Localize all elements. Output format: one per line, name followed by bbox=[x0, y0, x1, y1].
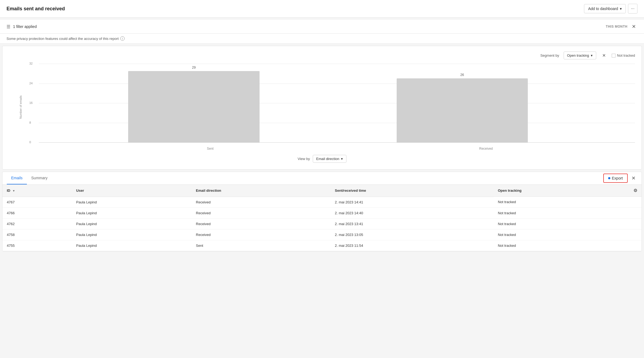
filter-label: 1 filter applied bbox=[13, 24, 37, 29]
table-section: Emails Summary Export ✕ ID ▼ User bbox=[2, 172, 642, 251]
y-axis-label: Number of emails bbox=[19, 95, 22, 119]
view-by-dropdown[interactable]: Email direction ▾ bbox=[313, 155, 346, 163]
cell-direction: Received bbox=[192, 229, 331, 240]
tab-summary[interactable]: Summary bbox=[27, 172, 52, 184]
cell-direction: Sent bbox=[192, 240, 331, 251]
grid-line-0: 0 bbox=[39, 142, 635, 143]
cell-time: 2. mai 2023 14:41 bbox=[330, 197, 493, 207]
x-label-received: Received bbox=[479, 147, 493, 151]
close-table-button[interactable]: ✕ bbox=[630, 175, 637, 182]
x-labels: Sent Received bbox=[39, 145, 635, 151]
cell-tracking: Not tracked bbox=[494, 197, 642, 207]
filter-bar: ☰ 1 filter applied THIS MONTH ✕ bbox=[0, 20, 644, 34]
chevron-down-icon: ▾ bbox=[620, 7, 622, 11]
view-by-label: View by bbox=[298, 157, 310, 161]
cell-tracking: Not tracked bbox=[494, 207, 642, 218]
view-by-value: Email direction bbox=[316, 157, 339, 161]
x-label-container: Received bbox=[337, 145, 635, 151]
export-label: Export bbox=[612, 176, 623, 180]
table-tabs: Emails Summary Export ✕ bbox=[2, 172, 642, 185]
tab-emails[interactable]: Emails bbox=[7, 172, 27, 184]
cell-user: Paula Lepind bbox=[72, 229, 192, 240]
y-label-0: 0 bbox=[29, 140, 31, 144]
bar-sent: 29 bbox=[128, 71, 259, 142]
cell-tracking: Not tracked bbox=[494, 218, 642, 229]
legend-label: Not tracked bbox=[617, 53, 635, 57]
bar-received: 26 bbox=[397, 78, 528, 142]
table-body: 4767 Paula Lepind Received 2. mai 2023 1… bbox=[2, 197, 642, 251]
y-label-16: 16 bbox=[29, 101, 33, 104]
filter-left: ☰ 1 filter applied bbox=[7, 24, 37, 29]
close-filter-button[interactable]: ✕ bbox=[630, 23, 637, 30]
export-button[interactable]: Export bbox=[603, 174, 628, 183]
more-icon: ··· bbox=[631, 6, 634, 11]
chart-section: Segment by Open tracking ▾ ✕ Not tracked… bbox=[2, 46, 642, 170]
bar-received-value: 26 bbox=[460, 73, 464, 77]
col-id[interactable]: ID ▼ bbox=[2, 185, 72, 197]
time-range-label: THIS MONTH bbox=[606, 25, 627, 28]
cell-user: Paula Lepind bbox=[72, 207, 192, 218]
cell-time: 2. mai 2023 11:54 bbox=[330, 240, 493, 251]
cell-tracking: Not tracked bbox=[494, 229, 642, 240]
chart-area: Number of emails 32 24 16 8 0 bbox=[9, 64, 635, 151]
y-label-24: 24 bbox=[29, 82, 33, 85]
col-time: Sent/received time bbox=[330, 185, 493, 197]
cell-direction: Received bbox=[192, 197, 331, 207]
top-bar-actions: Add to dashboard ▾ ··· bbox=[584, 4, 637, 14]
more-options-button[interactable]: ··· bbox=[628, 4, 637, 14]
cell-id: 4758 bbox=[2, 229, 72, 240]
chevron-down-icon: ▾ bbox=[591, 53, 593, 57]
chart-controls: Segment by Open tracking ▾ ✕ Not tracked bbox=[9, 52, 635, 59]
col-user: User bbox=[72, 185, 192, 197]
add-dashboard-label: Add to dashboard bbox=[588, 7, 618, 11]
clear-segment-button[interactable]: ✕ bbox=[601, 52, 607, 59]
chevron-down-icon: ▾ bbox=[341, 157, 343, 161]
emails-table: ID ▼ User Email direction Sent/received … bbox=[2, 185, 642, 251]
segment-dropdown[interactable]: Open tracking ▾ bbox=[564, 52, 596, 59]
cell-user: Paula Lepind bbox=[72, 197, 192, 207]
y-label-8: 8 bbox=[29, 121, 31, 124]
col-direction: Email direction bbox=[192, 185, 331, 197]
table-row: 4755 Paula Lepind Sent 2. mai 2023 11:54… bbox=[2, 240, 642, 251]
cell-tracking: Not tracked bbox=[494, 240, 642, 251]
bar-sent-value: 29 bbox=[192, 66, 195, 69]
info-icon: i bbox=[120, 36, 125, 41]
cell-time: 2. mai 2023 14:40 bbox=[330, 207, 493, 218]
sort-arrow-icon: ▼ bbox=[12, 189, 15, 192]
cell-id: 4766 bbox=[2, 207, 72, 218]
export-dot-icon bbox=[608, 177, 610, 179]
cell-id: 4762 bbox=[2, 218, 72, 229]
cell-direction: Received bbox=[192, 207, 331, 218]
chart-grid: 32 24 16 8 0 29 bbox=[28, 64, 635, 151]
top-bar: Emails sent and received Add to dashboar… bbox=[0, 0, 644, 18]
gear-icon[interactable]: ⚙ bbox=[633, 188, 637, 193]
table-row: 4762 Paula Lepind Received 2. mai 2023 1… bbox=[2, 218, 642, 229]
table-row: 4767 Paula Lepind Received 2. mai 2023 1… bbox=[2, 197, 642, 207]
col-tracking: Open tracking ⚙ bbox=[494, 185, 642, 197]
grid-line-32: 32 bbox=[39, 64, 635, 64]
table-header-row: ID ▼ User Email direction Sent/received … bbox=[2, 185, 642, 197]
privacy-notice-text: Some privacy protection features could a… bbox=[7, 37, 119, 41]
filter-icon: ☰ bbox=[7, 24, 10, 29]
grid-area: 32 24 16 8 0 29 bbox=[39, 64, 635, 142]
filter-right: THIS MONTH ✕ bbox=[606, 23, 637, 30]
segment-value: Open tracking bbox=[567, 53, 589, 57]
cell-id: 4767 bbox=[2, 197, 72, 207]
privacy-notice: Some privacy protection features could a… bbox=[0, 34, 644, 44]
legend-item: Not tracked bbox=[612, 53, 635, 57]
table-row: 4766 Paula Lepind Received 2. mai 2023 1… bbox=[2, 207, 642, 218]
add-to-dashboard-button[interactable]: Add to dashboard ▾ bbox=[584, 4, 626, 13]
legend-box bbox=[612, 54, 615, 57]
page-title: Emails sent and received bbox=[7, 6, 65, 12]
segment-by-label: Segment by bbox=[540, 53, 559, 57]
tabs-left: Emails Summary bbox=[7, 172, 52, 184]
x-label-sent: Sent bbox=[207, 147, 214, 151]
table-row: 4758 Paula Lepind Received 2. mai 2023 1… bbox=[2, 229, 642, 240]
cell-time: 2. mai 2023 13:05 bbox=[330, 229, 493, 240]
cell-user: Paula Lepind bbox=[72, 218, 192, 229]
cell-user: Paula Lepind bbox=[72, 240, 192, 251]
cell-time: 2. mai 2023 13:41 bbox=[330, 218, 493, 229]
cell-direction: Received bbox=[192, 218, 331, 229]
x-label-container: Sent bbox=[39, 145, 337, 151]
y-label-32: 32 bbox=[29, 62, 33, 65]
